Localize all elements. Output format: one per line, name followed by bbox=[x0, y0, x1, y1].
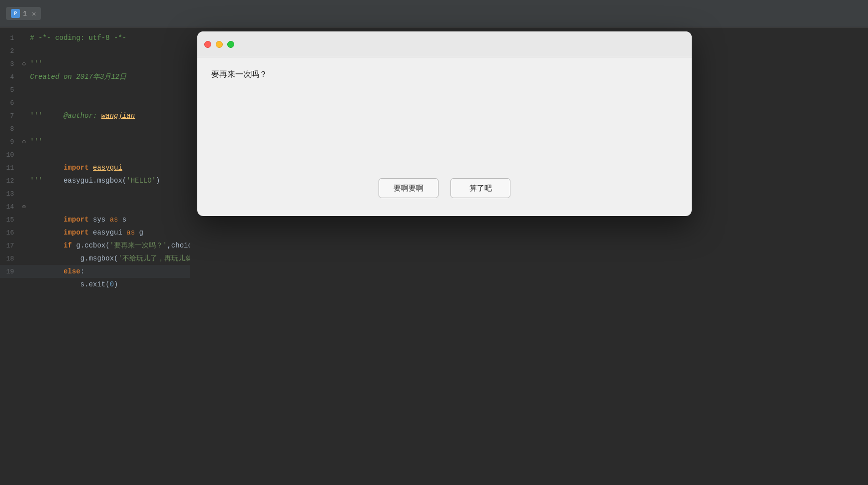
line-content-9: ''' bbox=[28, 135, 190, 148]
top-bar: P 1 ✕ bbox=[0, 0, 868, 27]
line-content-12: ''' bbox=[28, 174, 190, 187]
code-line-8: 8 bbox=[0, 122, 190, 135]
line-fold-3: ⊖ bbox=[20, 58, 28, 71]
dialog-btn-no[interactable]: 算了吧 bbox=[450, 178, 510, 198]
tab-icon: P bbox=[11, 9, 20, 18]
tab-close-icon[interactable]: ✕ bbox=[32, 9, 36, 18]
code-line-5: 5 bbox=[0, 83, 190, 96]
line-content-5 bbox=[28, 83, 190, 96]
line-content-8 bbox=[28, 122, 190, 135]
code-line-13: 13 bbox=[0, 187, 190, 200]
code-line-14: 14 ⊖ import sys as s bbox=[0, 200, 190, 213]
line-num-12: 12 bbox=[0, 175, 20, 188]
dialog-buttons: 要啊要啊 算了吧 bbox=[211, 178, 678, 198]
line-num-17: 17 bbox=[0, 240, 20, 252]
dialog-titlebar bbox=[197, 31, 692, 57]
code-line-9: 9 ⊖ ''' bbox=[0, 135, 190, 148]
line-num-13: 13 bbox=[0, 188, 20, 201]
line-num-10: 10 bbox=[0, 149, 20, 162]
code-line-16: 16 if g.ccbox('要再来一次吗？',choices=('要啊要啊',… bbox=[0, 226, 190, 239]
code-line-18: 18 else: bbox=[0, 252, 190, 265]
code-line-6: 6 @author: wangjian bbox=[0, 96, 190, 109]
line-content-1: # -*- coding: utf-8 -*- bbox=[28, 31, 190, 44]
line-num-11: 11 bbox=[0, 162, 20, 175]
code-line-4: 4 Created on 2017年3月12日 bbox=[0, 70, 190, 83]
maximize-button-icon[interactable] bbox=[227, 41, 234, 48]
line-content-2 bbox=[28, 44, 190, 57]
code-lines: 1 # -*- coding: utf-8 -*- 2 3 ⊖ ''' 4 Cr… bbox=[0, 27, 190, 282]
code-line-11: 11 easygui.msgbox('HELLO') bbox=[0, 161, 190, 174]
line-num-1: 1 bbox=[0, 32, 20, 45]
line-num-14: 14 bbox=[0, 201, 20, 214]
tab-label: 1 bbox=[23, 10, 27, 17]
line-content-7: ''' bbox=[28, 109, 190, 122]
editor-area: 1 # -*- coding: utf-8 -*- 2 3 ⊖ ''' 4 Cr… bbox=[0, 27, 190, 485]
tab-item[interactable]: P 1 ✕ bbox=[6, 7, 41, 20]
line-num-7: 7 bbox=[0, 110, 20, 123]
line-content-13 bbox=[28, 187, 190, 200]
line-num-9: 9 bbox=[0, 136, 20, 149]
code-line-2: 2 bbox=[0, 44, 190, 57]
code-line-3: 3 ⊖ ''' bbox=[0, 57, 190, 70]
line-fold-9: ⊖ bbox=[20, 136, 28, 149]
code-line-10: 10 import easygui bbox=[0, 148, 190, 161]
code-line-15: 15 import easygui as g bbox=[0, 213, 190, 226]
line-num-15: 15 bbox=[0, 214, 20, 227]
code-line-19: 19 s.exit(0) bbox=[0, 265, 190, 278]
line-content-19: s.exit(0) bbox=[28, 265, 190, 304]
line-content-3: ''' bbox=[28, 57, 190, 70]
code-line-1: 1 # -*- coding: utf-8 -*- bbox=[0, 31, 190, 44]
line-num-19: 19 bbox=[0, 265, 20, 278]
line-num-16: 16 bbox=[0, 227, 20, 240]
line-num-3: 3 bbox=[0, 58, 20, 71]
dialog-btn-yes[interactable]: 要啊要啊 bbox=[379, 178, 438, 198]
line-content-4: Created on 2017年3月12日 bbox=[28, 70, 190, 83]
dialog-window: 要再来一次吗？ 要啊要啊 算了吧 bbox=[197, 31, 692, 216]
line-num-8: 8 bbox=[0, 123, 20, 136]
close-button-icon[interactable] bbox=[204, 41, 211, 48]
line-num-2: 2 bbox=[0, 45, 20, 58]
traffic-lights bbox=[204, 41, 234, 48]
code-line-17: 17 g.msgbox('不给玩儿了，再玩儿就玩儿坏了。。。。。') bbox=[0, 239, 190, 252]
line-num-6: 6 bbox=[0, 97, 20, 110]
minimize-button-icon[interactable] bbox=[216, 41, 223, 48]
code-line-12: 12 ''' bbox=[0, 174, 190, 187]
dialog-message: 要再来一次吗？ bbox=[211, 69, 678, 80]
line-fold-14: ⊖ bbox=[20, 201, 28, 214]
line-num-5: 5 bbox=[0, 84, 20, 97]
line-num-4: 4 bbox=[0, 71, 20, 84]
line-num-18: 18 bbox=[0, 252, 20, 265]
dialog-body: 要再来一次吗？ 要啊要啊 算了吧 bbox=[197, 57, 692, 216]
code-line-7: 7 ''' bbox=[0, 109, 190, 122]
